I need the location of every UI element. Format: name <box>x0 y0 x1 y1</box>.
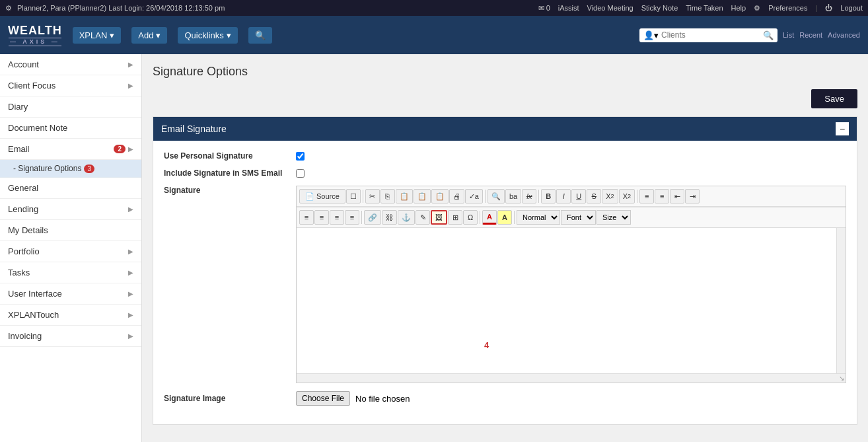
editor-area[interactable] <box>297 228 846 373</box>
sidebar-item-account[interactable]: Account▶ <box>0 54 141 75</box>
sticky-note-link[interactable]: Sticky Note <box>641 4 678 12</box>
bg-color-button[interactable]: A <box>497 210 512 225</box>
include-sms-checkbox[interactable] <box>296 169 305 178</box>
sidebar-item-my-details[interactable]: My Details <box>0 220 141 241</box>
outdent-button[interactable]: ⇤ <box>670 189 684 203</box>
arrow-icon: ▶ <box>128 269 133 276</box>
editor-scrollbar[interactable] <box>836 228 846 373</box>
signature-label: Signature <box>164 186 296 195</box>
ul-button[interactable]: ≡ <box>655 189 669 203</box>
remove-format-button[interactable]: Ix <box>522 189 536 203</box>
quicklinks-menu-button[interactable]: Quicklinks ▾ <box>178 27 237 44</box>
sidebar-item-general[interactable]: General <box>0 178 141 199</box>
xplan-dropdown-icon: ▾ <box>110 30 114 40</box>
choose-file-button[interactable]: Choose File <box>296 391 350 406</box>
editor-container: 📄 Source ☐ ✂ ⎘ 📋 📋 📋 <box>296 186 846 383</box>
editor-body <box>297 228 846 373</box>
preferences-link[interactable]: Preferences <box>768 4 807 12</box>
save-button[interactable]: Save <box>811 89 857 108</box>
page-title: Signature Options <box>153 65 857 79</box>
preview-button[interactable]: ☐ <box>346 189 361 203</box>
include-sms-label: Include Signature in SMS Email <box>164 168 296 178</box>
copy-button[interactable]: ⎘ <box>380 189 395 203</box>
paste-button[interactable]: 📋 <box>396 189 413 203</box>
sidebar-item-label: Tasks <box>8 268 30 277</box>
quicklinks-dropdown-icon: ▾ <box>227 30 231 40</box>
panel-title: Email Signature <box>161 124 227 134</box>
search-list-link[interactable]: List <box>783 31 794 39</box>
wsc-button[interactable]: ✎ <box>416 210 430 225</box>
arrow-icon: ▶ <box>128 145 133 153</box>
use-personal-signature-row: Use Personal Signature <box>164 151 846 161</box>
replace-button[interactable]: ba <box>505 189 521 203</box>
table-button[interactable]: ⊞ <box>448 210 462 225</box>
include-sms-row: Include Signature in SMS Email <box>164 168 846 178</box>
logo: WEALTH — AXIS — <box>8 24 62 46</box>
find-button[interactable]: 🔍 <box>488 189 505 203</box>
no-file-text: No file chosen <box>355 394 410 404</box>
user-info: Planner2, Para (PPlanner2) Last Login: 2… <box>17 4 225 12</box>
arrow-icon: ▶ <box>128 290 133 297</box>
search-recent-link[interactable]: Recent <box>799 31 822 39</box>
anchor-button[interactable]: ⚓ <box>398 210 415 225</box>
sidebar-item-client-focus[interactable]: Client Focus▶ <box>0 75 141 96</box>
sidebar-subitem-signature-options[interactable]: - Signature Options3 <box>0 160 141 178</box>
source-button[interactable]: 📄 Source <box>299 189 345 203</box>
format-dropdown[interactable]: Normal <box>517 210 560 225</box>
text-color-button[interactable]: A <box>482 210 497 225</box>
justify-button[interactable]: ≡ <box>345 210 359 225</box>
sidebar-item-diary[interactable]: Diary <box>0 96 141 118</box>
sidebar-item-user-interface[interactable]: User Interface▶ <box>0 283 141 305</box>
paste-text-button[interactable]: 📋 <box>414 189 431 203</box>
resize-handle[interactable]: ↘ <box>839 374 846 382</box>
italic-button[interactable]: I <box>556 189 571 203</box>
paste-word-button[interactable]: 📋 <box>431 189 449 203</box>
align-center-button[interactable]: ≡ <box>314 210 329 225</box>
use-personal-signature-checkbox[interactable] <box>296 152 305 161</box>
unlink-button[interactable]: ⛓ <box>382 210 397 225</box>
mail-icon[interactable]: ✉ 0 <box>538 4 550 13</box>
align-right-button[interactable]: ≡ <box>330 210 344 225</box>
sidebar-item-portfolio[interactable]: Portfolio▶ <box>0 241 141 262</box>
sidebar-item-invoicing[interactable]: Invoicing▶ <box>0 326 141 347</box>
search-mode-button[interactable]: 🔍 <box>248 27 272 44</box>
search-input[interactable] <box>661 30 760 40</box>
subscript-button[interactable]: X2 <box>602 189 618 203</box>
iassist-link[interactable]: iAssist <box>558 4 579 12</box>
bold-button[interactable]: B <box>541 189 556 203</box>
help-icon[interactable]: Help <box>731 4 746 12</box>
specialchar-button[interactable]: Ω <box>463 210 478 225</box>
video-meeting-link[interactable]: Video Meeting <box>587 4 633 12</box>
link-button[interactable]: 🔗 <box>364 210 381 225</box>
add-menu-button[interactable]: Add ▾ <box>131 27 167 44</box>
cut-button[interactable]: ✂ <box>365 189 380 203</box>
spellcheck-button[interactable]: ✓a <box>465 189 483 203</box>
badge: 2 <box>114 145 126 153</box>
logout-link[interactable]: Logout <box>840 4 863 12</box>
xplan-menu-button[interactable]: XPLAN ▾ <box>73 27 122 44</box>
sidebar-item-email[interactable]: Email2▶ <box>0 139 141 160</box>
sidebar-item-document-note[interactable]: Document Note <box>0 118 141 139</box>
size-dropdown[interactable]: Size <box>597 210 631 225</box>
search-advanced-link[interactable]: Advanced <box>828 31 860 39</box>
sidebar-item-lending[interactable]: Lending▶ <box>0 199 141 220</box>
top-bar-right: ✉ 0 iAssist Video Meeting Sticky Note Ti… <box>538 4 863 13</box>
header: WEALTH — AXIS — XPLAN ▾ Add ▾ Quicklinks… <box>0 16 868 54</box>
print-button[interactable]: 🖨 <box>449 189 464 203</box>
image-button[interactable]: 🖼 <box>431 210 447 225</box>
underline-button[interactable]: U <box>571 189 586 203</box>
add-dropdown-icon: ▾ <box>156 30 161 40</box>
font-dropdown[interactable]: Font <box>561 210 596 225</box>
ol-button[interactable]: ≡ <box>639 189 654 203</box>
time-taken-link[interactable]: Time Taken <box>686 4 723 12</box>
strike-button[interactable]: S <box>587 189 601 203</box>
sidebar: Account▶Client Focus▶DiaryDocument NoteE… <box>0 54 142 442</box>
search-icon[interactable]: 🔍 <box>763 30 774 40</box>
sidebar-item-xplantouch[interactable]: XPLANTouch▶ <box>0 305 141 326</box>
superscript-button[interactable]: X2 <box>619 189 635 203</box>
collapse-button[interactable]: − <box>836 122 849 135</box>
sidebar-item-tasks[interactable]: Tasks▶ <box>0 262 141 283</box>
align-left-button[interactable]: ≡ <box>299 210 314 225</box>
sidebar-item-label: Client Focus <box>8 81 55 91</box>
indent-button[interactable]: ⇥ <box>685 189 700 203</box>
